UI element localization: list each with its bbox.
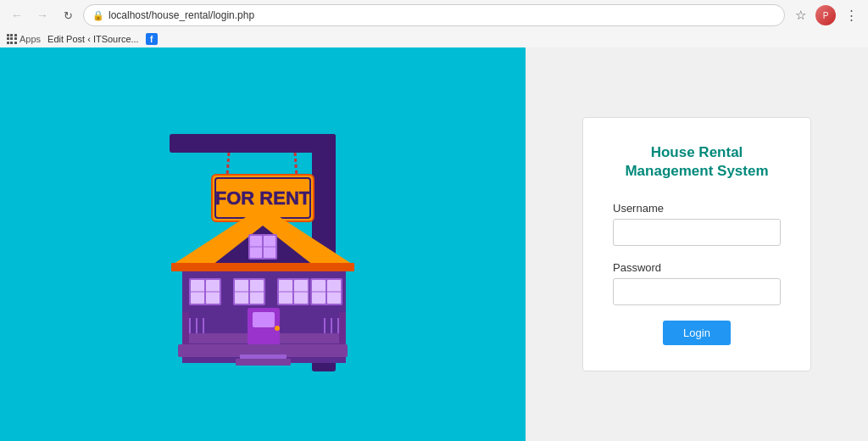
username-label: Username bbox=[613, 202, 781, 215]
password-label: Password bbox=[613, 261, 781, 274]
menu-button[interactable]: ⋮ bbox=[841, 5, 861, 25]
house-illustration: FOR RENT bbox=[102, 83, 424, 405]
profile-avatar[interactable]: P bbox=[815, 5, 836, 25]
password-input[interactable] bbox=[613, 278, 781, 305]
svg-rect-22 bbox=[331, 318, 332, 333]
svg-rect-47 bbox=[253, 312, 275, 327]
address-bar[interactable]: 🔒 localhost/house_rental/login.php bbox=[83, 4, 785, 26]
svg-rect-10 bbox=[171, 263, 354, 271]
bookmark-facebook[interactable]: f bbox=[146, 33, 158, 45]
right-panel: House Rental Management System Username … bbox=[526, 47, 868, 441]
svg-rect-18 bbox=[339, 312, 346, 344]
username-input[interactable] bbox=[613, 219, 781, 246]
svg-rect-21 bbox=[203, 318, 204, 333]
bookmark-star-button[interactable]: ☆ bbox=[790, 5, 810, 25]
username-group: Username bbox=[613, 202, 781, 246]
toolbar-right: ☆ P ⋮ bbox=[790, 5, 861, 25]
svg-line-3 bbox=[295, 153, 297, 176]
page-content: FOR RENT bbox=[0, 47, 868, 441]
svg-rect-19 bbox=[189, 318, 191, 333]
lock-icon: 🔒 bbox=[92, 10, 104, 21]
login-button[interactable]: Login bbox=[663, 321, 731, 345]
browser-chrome: ← → ↻ 🔒 localhost/house_rental/login.php… bbox=[0, 0, 868, 47]
left-panel: FOR RENT bbox=[0, 47, 526, 441]
url-text: localhost/house_rental/login.php bbox=[108, 9, 776, 21]
svg-rect-23 bbox=[324, 318, 326, 333]
svg-rect-17 bbox=[182, 312, 189, 344]
app-title: House Rental Management System bbox=[613, 143, 781, 181]
svg-rect-50 bbox=[236, 359, 291, 366]
svg-rect-1 bbox=[170, 134, 336, 153]
login-card: House Rental Management System Username … bbox=[582, 117, 811, 371]
svg-point-46 bbox=[275, 326, 280, 331]
back-button[interactable]: ← bbox=[7, 5, 27, 25]
svg-rect-20 bbox=[196, 318, 198, 333]
forward-button[interactable]: → bbox=[32, 5, 53, 25]
bookmarks-bar: Apps Edit Post ‹ ITSource... f bbox=[0, 31, 868, 47]
apps-grid-icon bbox=[7, 34, 17, 44]
bookmarks-apps-item[interactable]: Apps bbox=[7, 34, 41, 44]
refresh-button[interactable]: ↻ bbox=[58, 5, 78, 25]
svg-line-2 bbox=[227, 153, 229, 176]
bookmark-editpost[interactable]: Edit Post ‹ ITSource... bbox=[47, 34, 139, 44]
svg-rect-24 bbox=[337, 318, 339, 333]
browser-toolbar: ← → ↻ 🔒 localhost/house_rental/login.php… bbox=[0, 0, 868, 31]
svg-text:FOR RENT: FOR RENT bbox=[215, 187, 311, 209]
password-group: Password bbox=[613, 261, 781, 305]
apps-label: Apps bbox=[19, 34, 41, 44]
